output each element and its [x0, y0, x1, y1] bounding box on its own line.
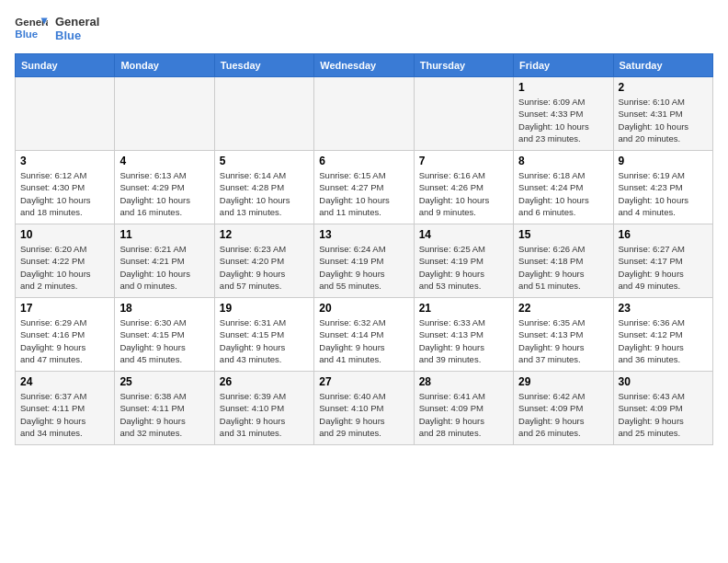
- calendar-cell: 25Sunrise: 6:38 AM Sunset: 4:11 PM Dayli…: [115, 372, 214, 445]
- day-number: 29: [518, 375, 608, 388]
- calendar-cell: 6Sunrise: 6:15 AM Sunset: 4:27 PM Daylig…: [314, 151, 414, 224]
- day-info: Sunrise: 6:43 AM Sunset: 4:09 PM Dayligh…: [619, 390, 708, 439]
- logo-blue: Blue: [55, 29, 99, 42]
- day-number: 17: [20, 302, 109, 315]
- calendar-cell: [214, 77, 313, 151]
- calendar-cell: 15Sunrise: 6:26 AM Sunset: 4:18 PM Dayli…: [514, 224, 613, 298]
- day-info: Sunrise: 6:23 AM Sunset: 4:20 PM Dayligh…: [220, 243, 309, 292]
- day-number: 22: [518, 302, 608, 315]
- calendar-cell: 17Sunrise: 6:29 AM Sunset: 4:16 PM Dayli…: [16, 298, 115, 372]
- day-number: 21: [419, 302, 508, 315]
- calendar-cell: 26Sunrise: 6:39 AM Sunset: 4:10 PM Dayli…: [214, 372, 313, 445]
- logo-icon: General Blue: [15, 15, 48, 42]
- day-info: Sunrise: 6:40 AM Sunset: 4:10 PM Dayligh…: [319, 390, 408, 439]
- day-info: Sunrise: 6:27 AM Sunset: 4:17 PM Dayligh…: [619, 243, 708, 292]
- day-number: 30: [619, 375, 708, 388]
- day-number: 25: [119, 375, 209, 388]
- calendar-cell: 27Sunrise: 6:40 AM Sunset: 4:10 PM Dayli…: [314, 372, 414, 445]
- day-number: 15: [518, 228, 608, 241]
- day-number: 28: [419, 375, 508, 388]
- calendar-body: 1Sunrise: 6:09 AM Sunset: 4:33 PM Daylig…: [16, 77, 713, 445]
- day-number: 9: [619, 155, 708, 167]
- calendar-cell: 13Sunrise: 6:24 AM Sunset: 4:19 PM Dayli…: [314, 224, 414, 298]
- day-info: Sunrise: 6:37 AM Sunset: 4:11 PM Dayligh…: [20, 390, 109, 439]
- calendar-cell: 4Sunrise: 6:13 AM Sunset: 4:29 PM Daylig…: [115, 151, 214, 224]
- day-number: 24: [20, 375, 109, 388]
- calendar-cell: 18Sunrise: 6:30 AM Sunset: 4:15 PM Dayli…: [115, 298, 214, 372]
- calendar-week-4: 17Sunrise: 6:29 AM Sunset: 4:16 PM Dayli…: [16, 298, 713, 372]
- calendar-cell: 24Sunrise: 6:37 AM Sunset: 4:11 PM Dayli…: [16, 372, 115, 445]
- logo: General Blue General Blue: [15, 15, 99, 42]
- calendar-cell: 1Sunrise: 6:09 AM Sunset: 4:33 PM Daylig…: [514, 77, 613, 151]
- calendar-cell: 30Sunrise: 6:43 AM Sunset: 4:09 PM Dayli…: [613, 372, 712, 445]
- day-info: Sunrise: 6:12 AM Sunset: 4:30 PM Dayligh…: [20, 169, 109, 218]
- calendar-cell: 2Sunrise: 6:10 AM Sunset: 4:31 PM Daylig…: [613, 77, 712, 151]
- calendar-cell: [16, 77, 115, 151]
- day-header-monday: Monday: [115, 54, 214, 77]
- day-number: 5: [220, 155, 309, 167]
- calendar-cell: 21Sunrise: 6:33 AM Sunset: 4:13 PM Dayli…: [414, 298, 513, 372]
- day-header-friday: Friday: [514, 54, 613, 77]
- calendar-week-3: 10Sunrise: 6:20 AM Sunset: 4:22 PM Dayli…: [16, 224, 713, 298]
- day-number: 18: [119, 302, 209, 315]
- day-info: Sunrise: 6:26 AM Sunset: 4:18 PM Dayligh…: [518, 243, 608, 292]
- day-info: Sunrise: 6:21 AM Sunset: 4:21 PM Dayligh…: [119, 243, 209, 292]
- day-number: 19: [220, 302, 309, 315]
- calendar-cell: 23Sunrise: 6:36 AM Sunset: 4:12 PM Dayli…: [613, 298, 712, 372]
- day-header-saturday: Saturday: [613, 54, 712, 77]
- calendar-cell: 16Sunrise: 6:27 AM Sunset: 4:17 PM Dayli…: [613, 224, 712, 298]
- logo-general: General: [55, 15, 99, 29]
- day-info: Sunrise: 6:30 AM Sunset: 4:15 PM Dayligh…: [119, 316, 209, 365]
- calendar-cell: 9Sunrise: 6:19 AM Sunset: 4:23 PM Daylig…: [613, 151, 712, 224]
- svg-text:Blue: Blue: [15, 29, 38, 40]
- day-number: 2: [619, 81, 708, 94]
- day-number: 7: [419, 155, 508, 167]
- day-number: 23: [619, 302, 708, 315]
- day-info: Sunrise: 6:33 AM Sunset: 4:13 PM Dayligh…: [419, 316, 508, 365]
- day-info: Sunrise: 6:36 AM Sunset: 4:12 PM Dayligh…: [619, 316, 708, 365]
- day-info: Sunrise: 6:24 AM Sunset: 4:19 PM Dayligh…: [319, 243, 408, 292]
- calendar-cell: 22Sunrise: 6:35 AM Sunset: 4:13 PM Dayli…: [514, 298, 613, 372]
- calendar-cell: 11Sunrise: 6:21 AM Sunset: 4:21 PM Dayli…: [115, 224, 214, 298]
- calendar-cell: [115, 77, 214, 151]
- page-header: General Blue General Blue: [15, 15, 713, 42]
- day-info: Sunrise: 6:35 AM Sunset: 4:13 PM Dayligh…: [518, 316, 608, 365]
- calendar-cell: 14Sunrise: 6:25 AM Sunset: 4:19 PM Dayli…: [414, 224, 513, 298]
- day-header-thursday: Thursday: [414, 54, 513, 77]
- day-info: Sunrise: 6:16 AM Sunset: 4:26 PM Dayligh…: [419, 169, 508, 218]
- calendar-cell: [414, 77, 513, 151]
- day-info: Sunrise: 6:29 AM Sunset: 4:16 PM Dayligh…: [20, 316, 109, 365]
- calendar-cell: 19Sunrise: 6:31 AM Sunset: 4:15 PM Dayli…: [214, 298, 313, 372]
- day-number: 11: [119, 228, 209, 241]
- calendar-cell: 12Sunrise: 6:23 AM Sunset: 4:20 PM Dayli…: [214, 224, 313, 298]
- calendar-week-2: 3Sunrise: 6:12 AM Sunset: 4:30 PM Daylig…: [16, 151, 713, 224]
- day-header-tuesday: Tuesday: [214, 54, 313, 77]
- day-number: 4: [119, 155, 209, 167]
- day-info: Sunrise: 6:18 AM Sunset: 4:24 PM Dayligh…: [518, 169, 608, 218]
- calendar-cell: 7Sunrise: 6:16 AM Sunset: 4:26 PM Daylig…: [414, 151, 513, 224]
- day-number: 16: [619, 228, 708, 241]
- day-number: 13: [319, 228, 408, 241]
- day-info: Sunrise: 6:09 AM Sunset: 4:33 PM Dayligh…: [518, 96, 608, 144]
- day-info: Sunrise: 6:32 AM Sunset: 4:14 PM Dayligh…: [319, 316, 408, 365]
- day-number: 6: [319, 155, 408, 167]
- calendar-cell: 28Sunrise: 6:41 AM Sunset: 4:09 PM Dayli…: [414, 372, 513, 445]
- day-number: 12: [220, 228, 309, 241]
- day-info: Sunrise: 6:31 AM Sunset: 4:15 PM Dayligh…: [220, 316, 309, 365]
- day-number: 3: [20, 155, 109, 167]
- day-number: 10: [20, 228, 109, 241]
- day-info: Sunrise: 6:38 AM Sunset: 4:11 PM Dayligh…: [119, 390, 209, 439]
- calendar-cell: 8Sunrise: 6:18 AM Sunset: 4:24 PM Daylig…: [514, 151, 613, 224]
- day-info: Sunrise: 6:41 AM Sunset: 4:09 PM Dayligh…: [419, 390, 508, 439]
- day-number: 27: [319, 375, 408, 388]
- day-number: 20: [319, 302, 408, 315]
- day-info: Sunrise: 6:14 AM Sunset: 4:28 PM Dayligh…: [220, 169, 309, 218]
- day-number: 26: [220, 375, 309, 388]
- calendar-header: SundayMondayTuesdayWednesdayThursdayFrid…: [16, 54, 713, 77]
- day-header-sunday: Sunday: [16, 54, 115, 77]
- day-number: 14: [419, 228, 508, 241]
- calendar-week-1: 1Sunrise: 6:09 AM Sunset: 4:33 PM Daylig…: [16, 77, 713, 151]
- calendar-cell: 3Sunrise: 6:12 AM Sunset: 4:30 PM Daylig…: [16, 151, 115, 224]
- day-info: Sunrise: 6:19 AM Sunset: 4:23 PM Dayligh…: [619, 169, 708, 218]
- day-info: Sunrise: 6:25 AM Sunset: 4:19 PM Dayligh…: [419, 243, 508, 292]
